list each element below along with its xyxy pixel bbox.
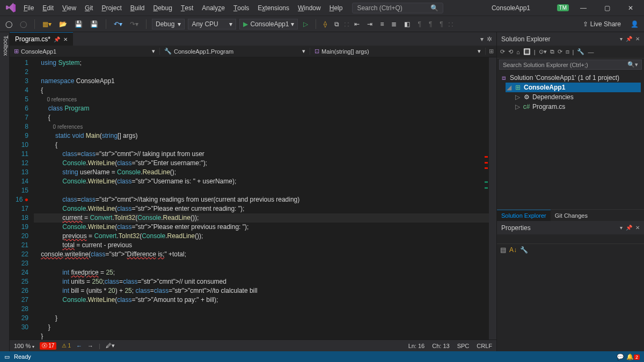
se-sync-icon[interactable]: ⟲ — [508, 48, 513, 55]
nav-back-code-icon[interactable]: ← — [76, 343, 82, 349]
menu-window[interactable]: Window — [294, 4, 325, 12]
indent-icon[interactable]: ⇤ — [352, 19, 362, 29]
menu-view[interactable]: View — [58, 4, 80, 12]
se-show-icon[interactable]: ⧉ — [550, 48, 554, 55]
nav-fwd-icon[interactable]: ◯ — [18, 19, 29, 29]
properties-title: Properties — [501, 224, 531, 232]
nav-class-dropdown[interactable]: 🔧ConsoleApp1.Program▾ — [160, 48, 310, 55]
panel-menu-icon[interactable]: ▾ — [620, 36, 623, 42]
zoom-level[interactable]: 100 % ▾ — [14, 343, 34, 349]
error-count-badge[interactable]: ⓧ 17 — [40, 342, 56, 350]
prop-pin-icon[interactable]: 📌 — [626, 225, 632, 231]
document-tab[interactable]: Program.cs* 📌 ✕ — [10, 32, 73, 46]
start-nodebug-icon[interactable]: ▷ — [301, 19, 310, 29]
menu-analyze[interactable]: Analyze — [197, 4, 229, 12]
tool-icon-2[interactable]: ⧉ — [332, 19, 341, 29]
menu-help[interactable]: Help — [325, 4, 347, 12]
nav-dd-icon[interactable]: 🖉▾ — [106, 342, 115, 349]
notification-icon[interactable]: 🔔2 — [626, 353, 640, 360]
redo-icon[interactable]: ↷▾ — [128, 19, 141, 29]
prop-close-icon[interactable]: ✕ — [635, 225, 640, 231]
menu-debug[interactable]: Debug — [149, 4, 177, 12]
toolbox-tab[interactable]: Toolbox — [0, 32, 10, 351]
panel-close-icon[interactable]: ✕ — [635, 36, 640, 42]
menu-edit[interactable]: Edit — [38, 4, 58, 12]
menu-file[interactable]: File — [19, 4, 38, 12]
split-editor-icon[interactable]: ⊞ — [486, 48, 496, 55]
warning-count-badge[interactable]: ⚠ 1 — [62, 343, 71, 349]
menu-build[interactable]: Build — [126, 4, 149, 12]
git-changes-tab[interactable]: Git Changes — [551, 210, 592, 221]
menu-tools[interactable]: Tools — [229, 4, 253, 12]
account-icon[interactable]: 👤 — [628, 19, 641, 29]
save-icon[interactable]: 💾 — [72, 19, 85, 29]
live-share-button[interactable]: ⇪Live Share — [583, 20, 621, 28]
prop-sort-icon[interactable]: A↓ — [509, 246, 517, 254]
se-home-icon[interactable]: ⟳ — [500, 48, 505, 55]
nav-member-dropdown[interactable]: ⊡Main(string[] args)▾ — [310, 48, 486, 55]
se-extra-icon[interactable]: — — [588, 49, 594, 55]
editor-scrollbar[interactable] — [489, 57, 496, 339]
pin-icon[interactable]: 📌 — [54, 36, 60, 42]
tool-icon-3: ¶ — [415, 19, 423, 29]
tab-dropdown-icon[interactable]: ▾ — [480, 35, 484, 43]
nav-project-dropdown[interactable]: ⊞ConsoleApp1▾ — [10, 48, 160, 55]
start-button[interactable]: ▶ConsoleApp1▾ — [239, 19, 298, 29]
solution-root[interactable]: ⧈Solution 'ConsoleApp1' (1 of 1 project) — [500, 73, 641, 83]
window-title: ConsoleApp1 — [443, 4, 557, 12]
undo-icon[interactable]: ↶▾ — [112, 19, 125, 29]
nav-fwd-code-icon[interactable]: → — [87, 343, 93, 349]
se-wrench-icon[interactable]: 🔧 — [577, 48, 584, 55]
outdent-icon[interactable]: ⇥ — [365, 19, 375, 29]
prop-pages-icon[interactable]: 🔧 — [520, 246, 528, 254]
config-dropdown[interactable]: Debug▾ — [152, 19, 185, 29]
close-tab-icon[interactable]: ✕ — [63, 36, 68, 42]
platform-dropdown[interactable]: Any CPU▾ — [188, 19, 236, 29]
file-node[interactable]: ▷c#Program.cs — [515, 102, 641, 112]
menu-test[interactable]: Test — [177, 4, 197, 12]
indent-mode[interactable]: SPC — [457, 343, 470, 349]
menu-extensions[interactable]: Extensions — [253, 4, 294, 12]
solution-explorer-title: Solution Explorer — [501, 35, 550, 43]
se-prop-icon[interactable]: ⧈ — [566, 48, 569, 55]
project-node[interactable]: ◢⊞ConsoleApp1 — [506, 83, 641, 92]
menu-project[interactable]: Project — [97, 4, 126, 12]
panel-pin-icon[interactable]: 📌 — [626, 36, 632, 42]
user-badge[interactable]: TM — [557, 4, 569, 11]
vs-logo-icon — [5, 3, 16, 13]
dependencies-node[interactable]: ▷⚙Dependencies — [515, 92, 641, 102]
open-icon[interactable]: 📂 — [57, 19, 69, 29]
cursor-line: Ln: 16 — [408, 343, 425, 349]
tab-settings-icon[interactable]: ✲ — [487, 35, 492, 43]
uncomment-icon[interactable]: ≣ — [389, 19, 399, 29]
line-ending[interactable]: CRLF — [477, 343, 492, 349]
minimize-button[interactable]: — — [574, 1, 592, 16]
properties-selector[interactable] — [497, 234, 644, 244]
prop-menu-icon[interactable]: ▾ — [620, 225, 623, 231]
search-icon: 🔍 — [430, 4, 438, 12]
tab-title: Program.cs* — [15, 35, 50, 43]
tool-icon-5: ¶ — [437, 19, 445, 29]
se-refresh-icon[interactable]: ⟳ — [558, 48, 562, 55]
se-scope-icon[interactable]: ⊙▾ — [539, 48, 547, 55]
comment-icon[interactable]: ≡ — [378, 19, 386, 29]
tool-icon-4: ¶ — [427, 19, 434, 29]
status-ready: Ready — [14, 353, 31, 360]
menu-git[interactable]: Git — [80, 4, 97, 12]
bookmark-icon[interactable]: ◧ — [402, 19, 412, 29]
output-icon[interactable]: ▭ — [4, 353, 10, 360]
new-dropdown-icon[interactable]: ▦▾ — [40, 19, 54, 29]
se-tool-icon[interactable]: 🔳 — [523, 48, 531, 55]
feedback-icon[interactable]: 💬 — [617, 353, 624, 360]
solution-explorer-tab[interactable]: Solution Explorer — [497, 210, 551, 221]
global-search-input[interactable]: Search (Ctrl+Q) 🔍 — [352, 3, 443, 13]
save-all-icon[interactable]: 💾 — [88, 19, 100, 29]
nav-back-icon[interactable]: ◯ — [3, 19, 14, 29]
prop-cat-icon[interactable]: ▤ — [500, 246, 506, 254]
maximize-button[interactable]: ▢ — [598, 1, 616, 16]
solution-search-input[interactable]: Search Solution Explorer (Ctrl+;)🔍▾ — [499, 60, 642, 70]
tool-icon-1[interactable]: ⟠ — [321, 19, 329, 29]
cursor-col: Ch: 13 — [432, 343, 449, 349]
close-window-button[interactable]: ✕ — [621, 1, 640, 16]
se-house-icon[interactable]: ⌂ — [516, 49, 520, 55]
